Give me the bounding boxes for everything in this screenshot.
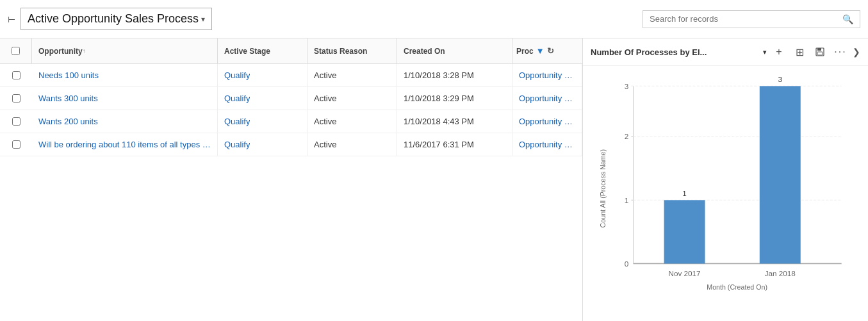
page-title: Active Opportunity Sales Process	[28, 12, 199, 26]
active-stage-link-1[interactable]: Qualify	[224, 94, 250, 103]
chart-more-button[interactable]: ···	[832, 44, 849, 60]
proc-link-0[interactable]: Opportunity Sa...	[519, 70, 575, 80]
checkbox-3[interactable]	[12, 140, 20, 149]
active-stage-link-3[interactable]: Qualify	[224, 140, 250, 149]
chart-add-button[interactable]: +	[771, 44, 787, 60]
search-box[interactable]: 🔍	[643, 10, 860, 28]
cell-created-0: 1/10/2018 3:28 PM	[397, 64, 512, 86]
cell-created-2: 1/10/2018 4:43 PM	[397, 110, 512, 133]
chart-header: Number Of Processes by El... ▾ + ⊞ ··· ❯	[583, 38, 868, 66]
cell-created-3: 11/6/2017 6:31 PM	[397, 133, 512, 156]
table-header: Opportunity ↑ Active Stage Status Reason…	[0, 38, 582, 64]
column-header-status-reason[interactable]: Status Reason	[307, 38, 397, 63]
column-label-created-on: Created On	[404, 47, 445, 56]
chevron-down-icon: ▾	[201, 15, 205, 24]
y-tick-3: 3	[625, 82, 629, 90]
cell-proc-2: Opportunity Sa...	[512, 110, 582, 133]
cell-opportunity-1: Wants 300 units	[32, 87, 218, 110]
chart-area: Count All (Process Name) 0 1 2 3	[583, 66, 868, 321]
y-tick-0: 0	[625, 259, 629, 268]
column-header-created-on[interactable]: Created On	[397, 38, 512, 63]
x-label-jan: Jan 2018	[765, 269, 796, 277]
table-section: Opportunity ↑ Active Stage Status Reason…	[0, 38, 583, 321]
created-text-1: 1/10/2018 3:29 PM	[404, 94, 474, 103]
y-tick-2: 2	[625, 132, 629, 140]
proc-link-3[interactable]: Opportunity Sa...	[519, 140, 575, 149]
checkbox-1[interactable]	[12, 94, 20, 103]
sort-icon: ↑	[83, 47, 86, 54]
cell-created-1: 1/10/2018 3:29 PM	[397, 87, 512, 110]
cell-active-stage-2: Qualify	[218, 110, 307, 133]
proc-link-1[interactable]: Opportunity Sa...	[519, 94, 575, 103]
chart-grid-button[interactable]: ⊞	[791, 44, 808, 60]
search-icon[interactable]: 🔍	[842, 14, 853, 24]
title-dropdown[interactable]: Active Opportunity Sales Process ▾	[20, 8, 212, 30]
x-axis-label: Month (Created On)	[707, 283, 767, 291]
cell-proc-0: Opportunity Sa...	[512, 64, 582, 86]
select-all-checkbox[interactable]	[12, 47, 20, 55]
bar-label-jan: 3	[778, 75, 782, 83]
header: ⊢ Active Opportunity Sales Process ▾ 🔍	[0, 0, 868, 38]
y-axis-label: Count All (Process Name)	[599, 149, 607, 227]
opportunity-link-2[interactable]: Wants 200 units	[38, 117, 98, 126]
column-label-active-stage: Active Stage	[224, 47, 270, 56]
main-content: Opportunity ↑ Active Stage Status Reason…	[0, 38, 868, 321]
column-label-process: Proc	[516, 47, 534, 56]
cell-opportunity-2: Wants 200 units	[32, 110, 218, 133]
column-label-opportunity: Opportunity	[38, 47, 83, 56]
table-row: Wants 300 units Qualify Active 1/10/2018…	[0, 87, 582, 110]
header-left: ⊢ Active Opportunity Sales Process ▾	[8, 8, 212, 30]
x-label-nov: Nov 2017	[668, 269, 700, 277]
created-text-3: 11/6/2017 6:31 PM	[404, 140, 474, 149]
refresh-icon[interactable]: ↻	[547, 46, 554, 56]
chart-dropdown-icon[interactable]: ▾	[763, 48, 767, 56]
cell-opportunity-0: Needs 100 units	[32, 64, 218, 86]
cell-status-1: Active	[307, 87, 397, 110]
chart-save-button[interactable]	[812, 44, 828, 60]
dots-icon: ···	[834, 46, 846, 58]
active-stage-link-2[interactable]: Qualify	[224, 117, 250, 126]
cell-active-stage-0: Qualify	[218, 64, 307, 86]
proc-link-2[interactable]: Opportunity Sa...	[519, 117, 575, 126]
checkbox-0[interactable]	[12, 71, 20, 79]
cell-status-3: Active	[307, 133, 397, 156]
checkbox-2[interactable]	[12, 117, 20, 126]
table-body: Needs 100 units Qualify Active 1/10/2018…	[0, 64, 582, 321]
status-text-0: Active	[314, 70, 336, 80]
column-header-process[interactable]: Proc ▼ ↻	[512, 38, 582, 63]
svg-rect-1	[817, 48, 821, 51]
search-input[interactable]	[650, 14, 842, 24]
column-header-active-stage[interactable]: Active Stage	[218, 38, 307, 63]
chart-expand-icon[interactable]: ❯	[853, 47, 860, 57]
chart-title: Number Of Processes by El...	[591, 47, 759, 57]
cell-active-stage-1: Qualify	[218, 87, 307, 110]
opportunity-link-0[interactable]: Needs 100 units	[38, 70, 99, 80]
chart-svg: Count All (Process Name) 0 1 2 3	[596, 72, 855, 304]
bar-label-nov: 1	[682, 189, 687, 197]
opportunity-link-3[interactable]: Will be ordering about 110 items of all …	[38, 140, 211, 149]
column-label-status-reason: Status Reason	[314, 47, 367, 56]
table-row: Needs 100 units Qualify Active 1/10/2018…	[0, 64, 582, 87]
active-stage-link-0[interactable]: Qualify	[224, 70, 250, 80]
chart-section: Number Of Processes by El... ▾ + ⊞ ··· ❯…	[583, 38, 868, 321]
cell-proc-3: Opportunity Sa...	[512, 133, 582, 156]
column-header-opportunity[interactable]: Opportunity ↑	[32, 38, 218, 63]
created-text-2: 1/10/2018 4:43 PM	[404, 117, 474, 126]
table-row: Will be ordering about 110 items of all …	[0, 133, 582, 156]
cell-opportunity-3: Will be ordering about 110 items of all …	[32, 133, 218, 156]
opportunity-link-1[interactable]: Wants 300 units	[38, 94, 98, 103]
select-all-column[interactable]	[0, 38, 32, 63]
row-checkbox-0[interactable]	[0, 64, 32, 86]
status-text-1: Active	[314, 94, 336, 103]
status-text-2: Active	[314, 117, 336, 126]
row-checkbox-2[interactable]	[0, 110, 32, 133]
cell-status-2: Active	[307, 110, 397, 133]
filter-icon[interactable]: ▼	[536, 46, 545, 56]
cell-proc-1: Opportunity Sa...	[512, 87, 582, 110]
row-checkbox-1[interactable]	[0, 87, 32, 110]
table-row: Wants 200 units Qualify Active 1/10/2018…	[0, 110, 582, 133]
row-checkbox-3[interactable]	[0, 133, 32, 156]
cell-active-stage-3: Qualify	[218, 133, 307, 156]
bar-nov-2017	[664, 200, 705, 263]
pin-icon: ⊢	[8, 14, 15, 24]
